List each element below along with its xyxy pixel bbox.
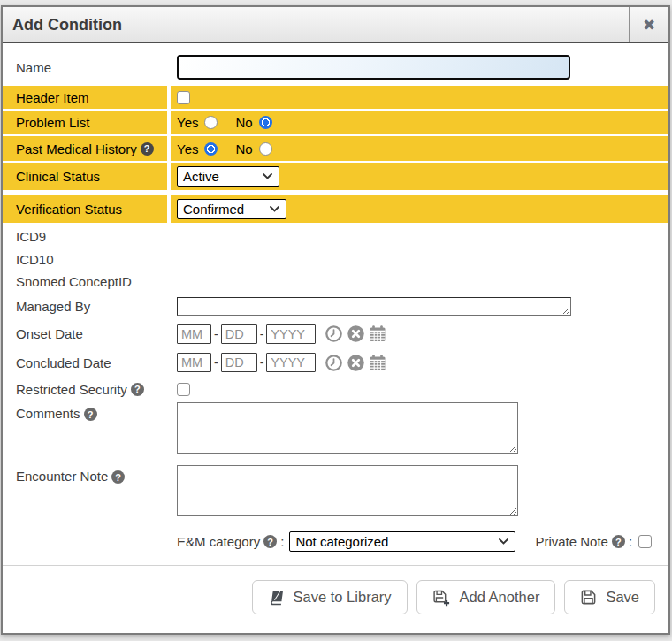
concluded-calendar-icon[interactable] [369, 354, 386, 372]
onset-clear-icon[interactable] [347, 324, 365, 343]
onset-month-input[interactable] [177, 324, 211, 344]
row-onset-date: Onset Date - - [3, 320, 668, 347]
header-item-checkbox[interactable] [177, 91, 190, 104]
save-label: Save [606, 589, 639, 606]
concluded-now-clock-icon[interactable] [325, 354, 343, 372]
row-header-item: Header Item [3, 86, 668, 109]
name-input[interactable] [177, 55, 570, 80]
problem-list-no-label: No [235, 115, 252, 130]
private-note-label: Private Note [535, 534, 608, 549]
past-medical-history-help-icon[interactable]: ? [141, 142, 154, 156]
pmh-no-label: No [235, 141, 252, 156]
onset-date-label: Onset Date [3, 320, 167, 347]
row-concluded-date: Concluded Date - - [3, 349, 668, 376]
footer-buttons: Save to Library Add Another [3, 566, 668, 614]
private-note-colon: : [629, 534, 632, 549]
restricted-security-checkbox[interactable] [177, 383, 190, 396]
snomed-label: Snomed ConceptID [3, 271, 167, 292]
onset-year-input[interactable] [266, 324, 316, 344]
row-clinical-status: Clinical Status Active [3, 163, 668, 190]
close-button[interactable]: ✖ [629, 7, 668, 42]
comments-label: Comments [16, 406, 80, 421]
book-icon [266, 590, 286, 606]
encounter-note-help-icon[interactable]: ? [111, 470, 125, 484]
header-item-label: Header Item [3, 86, 167, 109]
problem-list-no-radio[interactable] [259, 116, 272, 129]
row-problem-list: Problem List Yes No [3, 111, 668, 134]
row-snomed: Snomed ConceptID [3, 271, 668, 292]
dialog-title: Add Condition [3, 7, 629, 42]
encounter-note-label: Encounter Note [16, 469, 108, 484]
verification-status-value: Confirmed [183, 202, 244, 217]
verification-status-label: Verification Status [3, 195, 167, 223]
pmh-yes-label: Yes [177, 141, 198, 156]
concluded-clear-icon[interactable] [347, 354, 365, 372]
chevron-down-icon [263, 173, 272, 179]
concluded-month-input[interactable] [177, 353, 211, 372]
pmh-no-radio[interactable] [259, 142, 272, 156]
restricted-security-label: Restricted Security [16, 382, 127, 397]
em-category-colon: : [280, 534, 284, 549]
row-em-category: E&M category ? : Not categorized Private… [3, 530, 668, 553]
onset-now-clock-icon[interactable] [325, 324, 343, 343]
problem-list-yes-radio[interactable] [204, 116, 218, 129]
dialog-header: Add Condition ✖ [3, 7, 668, 43]
date-separator: - [214, 327, 218, 341]
problem-list-yes-label: Yes [177, 115, 198, 130]
managed-by-label: Managed By [3, 294, 167, 318]
date-separator: - [260, 355, 264, 370]
problem-list-label: Problem List [3, 111, 167, 134]
row-icd9: ICD9 [3, 225, 668, 247]
add-another-button[interactable]: Add Another [416, 580, 556, 614]
em-category-help-icon[interactable]: ? [263, 535, 277, 548]
date-separator: - [260, 327, 264, 341]
em-category-select[interactable]: Not categorized [289, 531, 515, 552]
icd10-value [171, 248, 668, 270]
add-condition-dialog: Add Condition ✖ Name Header Item Problem… [1, 5, 670, 635]
save-plus-icon [432, 589, 451, 607]
clinical-status-select[interactable]: Active [177, 166, 279, 187]
clinical-status-value: Active [183, 169, 219, 184]
icd9-value [171, 225, 668, 247]
comments-textarea[interactable] [177, 402, 518, 454]
name-label: Name [3, 52, 167, 82]
em-category-value: Not categorized [295, 534, 388, 549]
row-past-medical-history: Past Medical History ? Yes No [3, 136, 668, 161]
icd10-label: ICD10 [3, 248, 167, 270]
past-medical-history-label: Past Medical History [16, 141, 137, 156]
em-category-label: E&M category [177, 534, 260, 549]
row-comments: Comments ? [3, 402, 668, 459]
chevron-down-icon [270, 206, 279, 212]
row-name: Name [3, 52, 668, 82]
private-note-help-icon[interactable]: ? [612, 535, 625, 548]
add-another-label: Add Another [460, 589, 540, 606]
onset-day-input[interactable] [221, 324, 257, 344]
save-to-library-label: Save to Library [294, 589, 392, 606]
verification-status-select[interactable]: Confirmed [177, 199, 286, 219]
pmh-yes-radio[interactable] [204, 142, 218, 156]
comments-help-icon[interactable]: ? [84, 408, 97, 421]
row-icd10: ICD10 [3, 248, 668, 270]
encounter-note-textarea[interactable] [177, 465, 518, 516]
concluded-date-label: Concluded Date [3, 349, 167, 376]
concluded-year-input[interactable] [266, 353, 316, 372]
onset-calendar-icon[interactable] [369, 324, 386, 343]
save-to-library-button[interactable]: Save to Library [252, 580, 408, 614]
date-separator: - [214, 355, 218, 370]
row-managed-by: Managed By [3, 294, 668, 318]
row-encounter-note: Encounter Note ? [3, 465, 668, 522]
snomed-value [171, 271, 668, 292]
clinical-status-label: Clinical Status [3, 163, 167, 190]
managed-by-input[interactable] [177, 297, 571, 316]
concluded-day-input[interactable] [221, 353, 257, 372]
icd9-label: ICD9 [3, 225, 167, 247]
row-verification-status: Verification Status Confirmed [3, 195, 668, 223]
chevron-down-icon [499, 538, 508, 545]
save-button[interactable]: Save [564, 580, 655, 614]
close-icon: ✖ [643, 16, 655, 34]
restricted-security-help-icon[interactable]: ? [131, 383, 144, 396]
save-icon [580, 589, 597, 606]
row-restricted-security: Restricted Security ? [3, 378, 668, 401]
dialog-body: Name Header Item Problem List Yes No [3, 43, 668, 614]
private-note-checkbox[interactable] [638, 535, 652, 548]
